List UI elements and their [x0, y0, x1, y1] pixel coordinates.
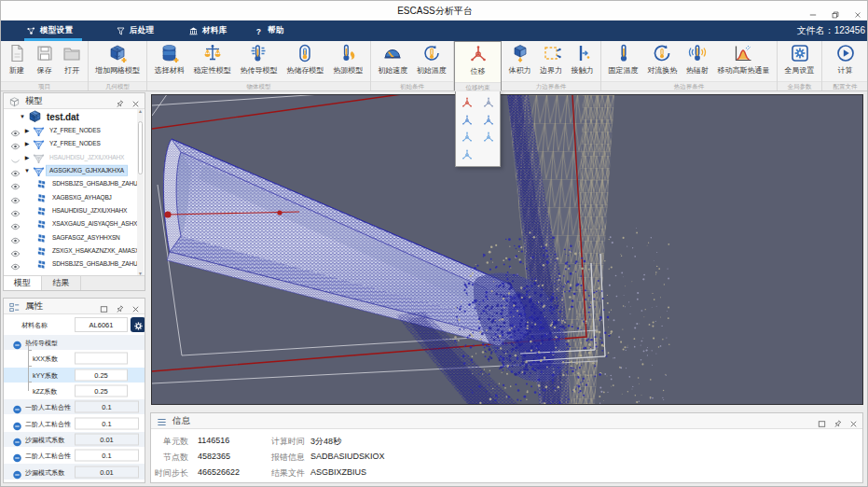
property-row-热传导模型[interactable]: 热传导模型 [4, 335, 145, 350]
close-icon[interactable] [848, 416, 859, 426]
material-name-input[interactable]: AL6061 [75, 317, 128, 332]
collapse-minus-icon[interactable] [12, 338, 22, 348]
toolbar-button-newdoc[interactable]: 新建 [5, 42, 29, 80]
eye-visible-icon[interactable] [10, 219, 21, 230]
toolbar-button-thermo[interactable]: 固定温度 [607, 42, 641, 80]
tree-collapse-arrow[interactable]: ▼ [19, 114, 26, 119]
toolbar-button-contact[interactable]: 接触力 [570, 42, 596, 80]
tree-scrollbar-thumb[interactable] [138, 121, 143, 174]
collapse-minus-icon[interactable] [12, 451, 22, 461]
property-row-沙漏模式系数[interactable]: 沙漏模式系数0.01 [4, 464, 145, 479]
tree-node-YZ_FREE_NODES[interactable]: ▶YZ_FREE_NODES [4, 137, 145, 150]
displacement-option-6[interactable] [482, 131, 495, 144]
eye-visible-icon[interactable] [10, 205, 21, 216]
property-row-kXX系数[interactable]: kXX系数 [4, 351, 145, 366]
eye-visible-icon[interactable] [10, 139, 21, 149]
tree-collapse-arrow[interactable]: ▼ [23, 168, 31, 174]
eye-visible-icon[interactable] [10, 259, 21, 270]
eye-hidden-icon[interactable] [10, 152, 21, 162]
tree-node-SAGFASGZ_ASYHHXSN[interactable]: SAGFASGZ_ASYHHXSN [4, 230, 145, 244]
maximize-icon[interactable] [817, 416, 827, 426]
tree-expand-arrow[interactable]: ▶ [23, 141, 31, 146]
property-value-input[interactable]: 0.1 [75, 417, 139, 429]
pin-icon[interactable] [833, 416, 843, 426]
toolbar-button-capsule[interactable]: 热储存模型 [284, 42, 325, 80]
maximize-icon[interactable] [99, 301, 109, 312]
toolbar-button-dbadd[interactable]: 选择材料 [153, 42, 186, 80]
property-value-input[interactable]: 0.25 [75, 369, 128, 381]
collapse-minus-icon[interactable] [12, 402, 22, 412]
toolbar-button-gearapp[interactable]: 全局设置 [783, 42, 817, 80]
tree-node-AGSGKJKG_GJHXAJKHXA[interactable]: ▼AGSGKJKG_GJHXAJKHXA [4, 164, 145, 177]
property-row-kZZ系数[interactable]: kZZ系数0.25 [4, 383, 145, 398]
tree-node-XSAXGAUS_AISYAQSH_ASHX[interactable]: XSAXGAUS_AISYAQSH_ASHX [4, 217, 145, 230]
displacement-option-5[interactable] [461, 131, 474, 144]
property-value-input[interactable] [75, 353, 128, 365]
eye-visible-icon[interactable] [10, 179, 21, 189]
eye-visible-icon[interactable] [10, 192, 21, 202]
toolbar-button-axisred[interactable]: 位移 [466, 43, 490, 81]
tree-expand-arrow[interactable]: ▶ [23, 128, 31, 133]
displacement-option-1[interactable] [461, 96, 474, 109]
tree-node-ZSXGX_HSAKAZNZXK_AMASX[interactable]: ZSXGX_HSAKAZNZXK_AMASX [4, 244, 145, 257]
toolbar-button-dashbox[interactable]: 边界力 [538, 42, 564, 80]
tab-result[interactable]: 结果 [42, 276, 81, 290]
tree-node-HSAUHDISU_JZXIUXHAHX[interactable]: HSAUHDISU_JZXIUXHAHX [4, 204, 145, 217]
property-row-二阶人工粘合性[interactable]: 二阶人工粘合性0.1 [4, 415, 145, 430]
tree-scrollbar[interactable]: ▲▼ [137, 109, 144, 276]
property-row-二阶人工粘合性[interactable]: 二阶人工粘合性0.1 [4, 448, 145, 463]
toolbar-button-radiation[interactable]: 热辐射 [684, 42, 710, 80]
property-value-input[interactable]: 0.01 [75, 466, 139, 478]
viewport-3d[interactable] [151, 94, 863, 405]
toolbar-button-thermocircle[interactable]: 初始温度 [415, 42, 448, 80]
eye-visible-icon[interactable] [10, 126, 21, 136]
property-value-input[interactable]: 0.25 [75, 385, 128, 397]
eye-visible-icon[interactable] [10, 232, 21, 243]
scroll-up-arrow[interactable]: ▲ [137, 108, 144, 114]
tree-node-test.dat[interactable]: ▼test.dat [4, 109, 145, 124]
property-value-input[interactable]: 0.01 [75, 433, 139, 445]
toolbar-button-playcircle[interactable]: 计算 [834, 42, 858, 80]
tab-model[interactable]: 模型 [4, 276, 42, 290]
tree-node-SDHSBJZS_GHSABJHB_ZAHU[interactable]: SDHSBJZS_GHSABJHB_ZAHU [4, 177, 145, 190]
tree-node-HSAUHDISU_JZXIUXHAHX[interactable]: ▶HSAUHDISU_JZXIUXHAHX [4, 151, 145, 164]
displacement-option-7[interactable] [461, 148, 474, 161]
property-value-input[interactable]: 0.1 [75, 401, 139, 413]
tree-node-XAGBSXG_AYHAQBJ[interactable]: XAGBSXG_AYHAQBJ [4, 190, 145, 203]
eye-visible-icon[interactable] [10, 166, 21, 176]
property-value-input[interactable]: 0.1 [75, 450, 139, 462]
collapse-minus-icon[interactable] [12, 466, 22, 477]
property-row-沙漏模式系数[interactable]: 沙漏模式系数0.01 [4, 432, 145, 447]
close-icon[interactable] [131, 301, 141, 312]
toolbar-button-gauss[interactable]: 移动高斯热通量 [715, 42, 771, 80]
property-row-kYY系数[interactable]: kYY系数0.25 [4, 368, 145, 383]
toolbar-button-save[interactable]: 保存 [33, 42, 57, 80]
eye-visible-icon[interactable] [10, 245, 21, 256]
toolbar-button-cubeadd[interactable]: 增加网格模型 [93, 42, 142, 80]
property-row-一阶人工粘合性[interactable]: 一阶人工粘合性0.1 [4, 399, 145, 414]
restore-button[interactable] [824, 1, 847, 21]
close-button[interactable] [847, 1, 868, 21]
pin-icon[interactable] [115, 301, 125, 312]
toolbar-button-thermoflame[interactable]: 热源模型 [331, 42, 365, 80]
toolbar-button-folder[interactable]: 打开 [60, 42, 84, 80]
menu-item-post-process[interactable]: 后处理 [116, 21, 159, 41]
collapse-minus-icon[interactable] [12, 418, 22, 428]
tree-expand-arrow[interactable]: ▶ [23, 155, 31, 160]
pin-icon[interactable] [115, 96, 125, 106]
toolbar-button-cubearrow[interactable]: 体积力 [507, 42, 533, 80]
toolbar-button-scale[interactable]: 稳定性模型 [192, 42, 233, 80]
tree-node-SDHSBJZS_GHSABJHB_ZAHU[interactable]: SDHSBJZS_GHSABJHB_ZAHU [4, 257, 145, 271]
menu-item-material-library[interactable]: 材料库 [188, 21, 234, 41]
toolbar-button-gauge[interactable]: 初始速度 [376, 42, 409, 80]
toolbar-button-convection[interactable]: 对流换热 [645, 42, 679, 80]
menu-item-help[interactable]: ?帮助 [254, 21, 289, 41]
material-settings-button[interactable] [131, 317, 145, 332]
close-icon[interactable] [131, 96, 141, 106]
displacement-option-2[interactable] [482, 96, 495, 109]
tree-node-YZ_FREE_NODES[interactable]: ▶YZ_FREE_NODES [4, 124, 145, 137]
collapse-minus-icon[interactable] [12, 434, 22, 444]
displacement-option-4[interactable] [482, 114, 495, 127]
toolbar-button-thermoduo[interactable]: 热传导模型 [238, 42, 279, 80]
minimize-button[interactable] [802, 1, 824, 21]
